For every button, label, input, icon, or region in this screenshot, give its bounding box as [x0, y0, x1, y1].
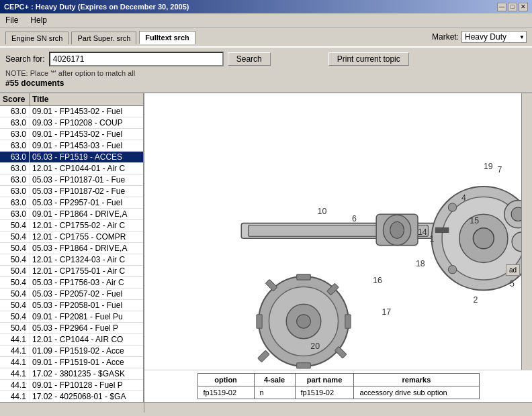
menu-file[interactable]: File [3, 15, 21, 25]
result-row[interactable]: 63.005.03 - FP2957-01 - Fuel [0, 197, 143, 209]
result-title: 12.01 - CP1755-01 - Air C [30, 266, 143, 276]
result-row[interactable]: 44.109.01 - FP10128 - Fuel P [0, 380, 143, 391]
result-score: 63.0 [0, 163, 30, 174]
result-row[interactable]: 50.405.03 - FP1756-03 - Air C [0, 277, 143, 289]
result-row[interactable]: 50.409.01 - FP2081 - Fuel Pu [0, 311, 143, 323]
result-row[interactable]: 63.009.01 - FP1864 - DRIVE,A [0, 209, 143, 220]
cell-option: fp1519-02 [197, 386, 254, 399]
result-score: 63.0 [0, 197, 30, 208]
svg-text:15: 15 [470, 216, 479, 225]
tab-engine-sn[interactable]: Engine SN srch [5, 32, 69, 44]
market-select-wrapper: Heavy Duty Medium Duty Light Duty [461, 31, 527, 43]
search-input[interactable] [49, 52, 224, 66]
svg-rect-10 [345, 315, 351, 329]
minimize-button[interactable]: — [497, 3, 506, 11]
parts-table: option 4-sale part name remarks fp1519-0… [197, 373, 480, 399]
result-score: 44.1 [0, 346, 30, 356]
search-button[interactable]: Search [228, 52, 271, 66]
left-hscrollbar[interactable] [0, 402, 144, 413]
result-row[interactable]: 44.112.01 - CP1044 - AIR CO [0, 334, 143, 346]
market-label: Market: [432, 32, 459, 42]
diagram-scrollbar[interactable] [521, 93, 532, 370]
results-header: Score Title [0, 93, 143, 106]
result-row[interactable]: 63.012.01 - CP1044-01 - Air C [0, 163, 143, 174]
result-row[interactable]: 63.009.01 - FP1453-03 - Fuel [0, 140, 143, 152]
svg-rect-7 [297, 274, 311, 280]
result-title: 12.01 - CP1755 - COMPR [30, 231, 143, 242]
right-hscrollbar[interactable] [144, 402, 532, 413]
result-score: 50.4 [0, 254, 30, 265]
result-row[interactable]: 63.005.03 - FP1519 - ACCES [0, 152, 143, 163]
svg-text:1: 1 [430, 234, 435, 244]
result-row[interactable]: 50.412.01 - CP1755 - COMPR [0, 231, 143, 243]
svg-text:19: 19 [484, 162, 493, 171]
result-row[interactable]: 63.005.03 - FP10187-01 - Fue [0, 174, 143, 186]
result-title: 12.01 - CP1324-03 - Air C [30, 254, 143, 265]
result-title: 05.03 - FP1864 - DRIVE,A [30, 243, 143, 254]
result-row[interactable]: 63.005.03 - FP10187-02 - Fue [0, 186, 143, 197]
result-row[interactable]: 50.405.03 - FP2057-02 - Fuel [0, 289, 143, 300]
svg-text:5: 5 [510, 279, 515, 289]
result-row[interactable]: 50.405.03 - FP2058-01 - Fuel [0, 300, 143, 311]
result-score: 63.0 [0, 152, 30, 162]
result-row[interactable]: 44.101.09 - FP1519-02 - Acce [0, 346, 143, 357]
result-title: 05.03 - FP10187-01 - Fue [30, 174, 143, 185]
result-score: 63.0 [0, 129, 30, 140]
close-button[interactable]: ✕ [519, 3, 528, 11]
results-list[interactable]: 63.009.01 - FP1453-02 - Fuel63.009.03 - … [0, 106, 143, 402]
cell-remarks: accessory drive sub option [354, 386, 479, 399]
result-title: 17.02 - 3801235 - $GASK [30, 368, 143, 379]
result-row[interactable]: 50.412.01 - CP1755-02 - Air C [0, 220, 143, 231]
result-row[interactable]: 63.009.03 - FP10208 - COUP [0, 117, 143, 129]
header-title: Title [30, 93, 143, 105]
svg-text:14: 14 [418, 227, 427, 237]
result-title: 09.01 - FP1864 - DRIVE,A [30, 209, 143, 219]
result-title: 05.03 - FP1519 - ACCES [30, 152, 143, 162]
col-header-option: option [197, 374, 254, 386]
cell-4sale: n [254, 386, 295, 399]
cell-partname: fp1519-02 [295, 386, 354, 399]
tab-fulltext[interactable]: Fulltext srch [139, 31, 195, 44]
svg-text:16: 16 [373, 276, 382, 285]
result-title: 12.01 - CP1044-01 - Air C [30, 163, 143, 174]
result-title: 09.01 - FP1453-03 - Fuel [30, 140, 143, 151]
result-row[interactable]: 50.405.03 - FP1864 - DRIVE,A [0, 243, 143, 254]
result-title: 09.01 - FP1453-02 - Fuel [30, 129, 143, 140]
window-controls[interactable]: — □ ✕ [497, 3, 528, 11]
market-select[interactable]: Heavy Duty Medium Duty Light Duty [461, 31, 527, 43]
result-title: 05.03 - FP2058-01 - Fuel [30, 300, 143, 311]
toolbar: Engine SN srch Part Super. srch Fulltext… [0, 28, 532, 48]
diagram-panel: 1 2 3 4 5 6 7 8 9 10 11 14 15 16 17 18 1… [144, 93, 532, 402]
tab-part-super[interactable]: Part Super. srch [71, 32, 136, 44]
col-header-partname: part name [295, 374, 354, 386]
col-header-4sale: 4-sale [254, 374, 295, 386]
result-score: 63.0 [0, 106, 30, 117]
result-title: 09.01 - FP1453-02 - Fuel [30, 106, 143, 117]
result-row[interactable]: 63.009.01 - FP1453-02 - Fuel [0, 129, 143, 140]
result-row[interactable]: 63.009.01 - FP1453-02 - Fuel [0, 106, 143, 117]
print-button[interactable]: Print current topic [328, 52, 409, 66]
result-row[interactable]: 50.405.03 - FP2964 - Fuel P [0, 323, 143, 334]
menu-help[interactable]: Help [28, 15, 50, 25]
result-score: 63.0 [0, 117, 30, 128]
result-row[interactable]: 50.412.01 - CP1324-03 - Air C [0, 254, 143, 266]
svg-point-18 [473, 228, 494, 249]
window-title: CEPC+ : Heavy Duty (Expires on December … [4, 3, 189, 11]
result-row[interactable]: 44.117.02 - 3801235 - $GASK [0, 368, 143, 380]
col-header-remarks: remarks [354, 374, 479, 386]
maximize-button[interactable]: □ [508, 3, 517, 11]
result-row[interactable]: 44.117.02 - 4025068-01 - $GA [0, 391, 143, 402]
svg-text:10: 10 [318, 207, 327, 216]
result-score: 44.1 [0, 368, 30, 379]
result-row[interactable]: 44.109.01 - FP1519-01 - Acce [0, 357, 143, 368]
result-score: 50.4 [0, 277, 30, 288]
search-note: NOTE: Place '*' after option to match al… [5, 69, 527, 77]
result-title: 09.01 - FP1519-01 - Acce [30, 357, 143, 368]
result-score: 63.0 [0, 174, 30, 185]
result-title: 09.01 - FP2081 - Fuel Pu [30, 311, 143, 322]
diagram-area: 1 2 3 4 5 6 7 8 9 10 11 14 15 16 17 18 1… [144, 93, 532, 370]
result-row[interactable]: 50.412.01 - CP1755-01 - Air C [0, 266, 143, 277]
svg-text:4: 4 [461, 193, 466, 203]
parts-diagram: 1 2 3 4 5 6 7 8 9 10 11 14 15 16 17 18 1… [144, 93, 532, 370]
result-score: 50.4 [0, 231, 30, 242]
